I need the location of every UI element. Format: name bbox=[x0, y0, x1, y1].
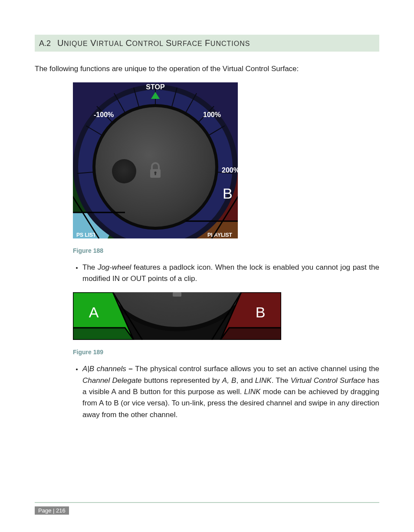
bullet-italic: A, B bbox=[222, 376, 237, 385]
figure-189-caption: Figure 189 bbox=[73, 349, 379, 356]
bullet-text: , and bbox=[236, 376, 255, 385]
jog-wheel-illustration: STOP -100% 100% 200% B PLAYLIST PS LIST bbox=[73, 82, 238, 238]
list-label-left-partial: PS LIST bbox=[76, 232, 96, 238]
bullet-ab-channels: A|B channels – The physical control surf… bbox=[82, 363, 379, 421]
bullet-italic: LINK bbox=[244, 388, 261, 396]
svg-rect-32 bbox=[173, 292, 181, 297]
bullet-text: The bbox=[82, 263, 98, 271]
neg100-label: -100% bbox=[94, 111, 114, 118]
figure-188: STOP -100% 100% 200% B PLAYLIST PS LIST bbox=[73, 82, 379, 240]
bullet-dash: – bbox=[126, 365, 135, 373]
pos100-label: 100% bbox=[203, 111, 221, 118]
section-title: Unique Virtual Control Surface Functions bbox=[57, 39, 250, 48]
bullet-italic: Jog-wheel bbox=[98, 263, 131, 271]
channel-a-label: A bbox=[89, 304, 99, 320]
svg-point-20 bbox=[112, 159, 136, 183]
stop-label: STOP bbox=[146, 83, 165, 91]
playlist-label-right: PLAYLIST bbox=[207, 232, 233, 238]
bullet-jog-wheel: The Jog-wheel features a padlock icon. W… bbox=[82, 262, 379, 285]
section-number: A.2 bbox=[39, 39, 51, 48]
pos200-label: 200% bbox=[222, 166, 238, 174]
section-heading: A.2 Unique Virtual Control Surface Funct… bbox=[35, 35, 379, 52]
bullet-italic: Channel Delegate bbox=[82, 376, 142, 385]
bullet-italic: A|B channels bbox=[82, 365, 126, 373]
figure-188-caption: Figure 188 bbox=[73, 247, 379, 254]
bullet-text: . The bbox=[272, 376, 291, 385]
bullet-italic: LINK bbox=[255, 376, 272, 385]
bullet-italic: Virtual Control Surface bbox=[291, 376, 365, 385]
page-number: Page | 216 bbox=[35, 506, 69, 515]
padlock-icon bbox=[173, 292, 181, 297]
ab-channels-illustration: A B bbox=[73, 292, 281, 340]
intro-text: The following functions are unique to th… bbox=[35, 64, 379, 75]
footer-rule bbox=[35, 502, 379, 503]
channel-b-label: B bbox=[223, 185, 233, 202]
svg-rect-23 bbox=[155, 173, 156, 175]
page-footer: Page | 216 bbox=[35, 502, 379, 515]
bullet-text: The physical control surface allows you … bbox=[135, 365, 379, 373]
bullet-text: buttons represented by bbox=[142, 376, 222, 385]
channel-b-label: B bbox=[256, 304, 266, 320]
figure-189: A B bbox=[73, 292, 379, 342]
